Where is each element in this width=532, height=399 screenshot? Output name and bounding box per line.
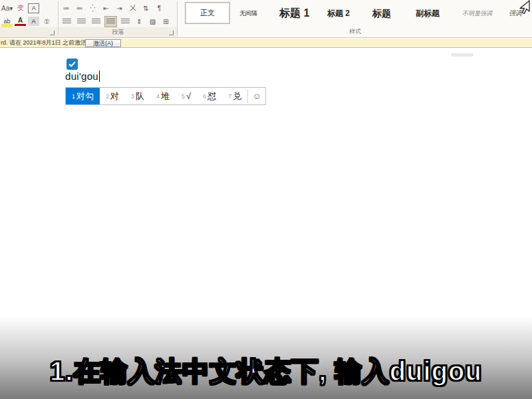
- decrease-indent-icon[interactable]: ⇤: [100, 3, 112, 14]
- candidate-text: 对: [110, 90, 119, 102]
- checkmark-emoji: [66, 59, 78, 70]
- sort-icon[interactable]: ⇅: [140, 3, 152, 14]
- style-heading-1[interactable]: 标题 1: [279, 0, 309, 27]
- ime-candidate-6[interactable]: 6 怼: [197, 88, 222, 104]
- justify-icon[interactable]: [104, 16, 117, 27]
- composition-string: dui'gou: [65, 70, 98, 82]
- multilevel-list-icon[interactable]: ⁛: [87, 3, 98, 14]
- shading-icon[interactable]: ▨: [147, 16, 158, 27]
- style-emphasis[interactable]: 强调: [509, 0, 522, 27]
- activation-notification-bar: rd. 请在 2021年8月1日 之前激活。 激活(A): [0, 39, 532, 48]
- change-case-icon[interactable]: Aa▾: [1, 3, 13, 14]
- character-border-icon[interactable]: A: [28, 3, 39, 13]
- candidate-index: 3: [131, 93, 134, 100]
- styles-gallery: 正文 无间隔 标题 1 标题 2 标题 副标题 不明显强调 强调 样式: [178, 0, 532, 37]
- enclose-characters-icon[interactable]: ①: [41, 16, 53, 27]
- distribute-icon[interactable]: [119, 16, 132, 27]
- font-group: Aa▾ 变 A ab A A ①: [0, 0, 57, 37]
- style-subtitle[interactable]: 副标题: [416, 0, 440, 27]
- bullets-icon[interactable]: ≔: [61, 3, 72, 14]
- numbering-icon[interactable]: ≕: [74, 3, 85, 14]
- scrollbar-top-handle[interactable]: [451, 53, 473, 57]
- ime-candidate-window: 1 对勾 2 对 3 队 4 堆 5 √ 6 怼: [65, 87, 266, 105]
- candidate-index: 2: [106, 93, 109, 100]
- document-canvas[interactable]: dui'gou 1 对勾 2 对 3 队 4 堆 5 √: [0, 49, 532, 399]
- ime-candidate-1[interactable]: 1 对勾: [66, 88, 100, 104]
- align-left-icon[interactable]: [61, 16, 73, 27]
- video-subtitle: 1.在输入法中文状态下, 输入duigou: [0, 353, 532, 390]
- phonetic-guide-icon[interactable]: 变: [15, 3, 26, 14]
- ime-candidate-7[interactable]: 7 兑: [222, 88, 247, 104]
- candidate-index: 1: [72, 93, 75, 100]
- styles-group-label: 样式: [178, 27, 532, 36]
- candidate-text: 队: [136, 90, 144, 102]
- character-shading-icon[interactable]: A: [28, 17, 39, 26]
- candidate-index: 4: [156, 93, 160, 100]
- word-window: Aa▾ 变 A ab A A ① ≔ ≕ ⁛ ⇤ ⇥ 㐅 ⇅ ¶: [0, 0, 532, 399]
- font-dialog-launcher-icon[interactable]: [50, 31, 55, 35]
- typed-text[interactable]: dui'gou: [65, 69, 100, 82]
- align-center-icon[interactable]: [75, 16, 88, 27]
- candidate-text: 堆: [161, 90, 170, 102]
- show-hide-marks-icon[interactable]: ¶: [154, 3, 165, 14]
- ime-candidate-4[interactable]: 4 堆: [150, 88, 176, 104]
- activate-button[interactable]: 激活(A): [85, 39, 121, 47]
- ime-candidate-2[interactable]: 2 对: [100, 88, 125, 104]
- ime-candidate-5[interactable]: 5 √: [176, 88, 197, 104]
- ime-candidate-3[interactable]: 3 队: [125, 88, 150, 104]
- text-caret: [99, 70, 100, 82]
- candidate-index: 7: [228, 93, 231, 100]
- align-right-icon[interactable]: [90, 16, 102, 27]
- borders-icon[interactable]: ⊞: [160, 16, 172, 27]
- group-divider: [177, 1, 178, 35]
- style-heading-2[interactable]: 标题 2: [327, 0, 350, 27]
- paragraph-group-label: 段落: [59, 28, 177, 37]
- increase-indent-icon[interactable]: ⇥: [114, 3, 125, 14]
- candidate-index: 6: [203, 93, 206, 100]
- candidate-text: 兑: [233, 90, 241, 102]
- style-normal[interactable]: 正文: [185, 2, 230, 24]
- line-spacing-icon[interactable]: ⇕: [134, 16, 145, 27]
- candidate-index: 5: [182, 93, 185, 100]
- text-highlight-color-icon[interactable]: ab: [1, 16, 13, 27]
- candidate-text: 对勾: [76, 90, 94, 102]
- style-title[interactable]: 标题: [372, 0, 391, 27]
- asian-layout-icon[interactable]: 㐅: [127, 3, 138, 14]
- candidate-text: √: [186, 91, 191, 101]
- candidate-text: 怼: [207, 90, 216, 102]
- activation-message: rd. 请在 2021年8月1日 之前激活。: [1, 39, 92, 47]
- emoji-picker-button[interactable]: ☺: [248, 88, 265, 104]
- ribbon: Aa▾ 变 A ab A A ① ≔ ≕ ⁛ ⇤ ⇥ 㐅 ⇅ ¶: [0, 0, 532, 38]
- style-no-spacing[interactable]: 无间隔: [239, 0, 257, 27]
- paragraph-dialog-launcher-icon[interactable]: [169, 31, 174, 35]
- style-subtle-emphasis[interactable]: 不明显强调: [462, 0, 492, 27]
- paragraph-group: ≔ ≕ ⁛ ⇤ ⇥ 㐅 ⇅ ¶ ⇕ ▨ ⊞ 段落: [59, 0, 177, 37]
- font-color-icon[interactable]: A: [15, 17, 26, 26]
- group-divider: [58, 1, 59, 35]
